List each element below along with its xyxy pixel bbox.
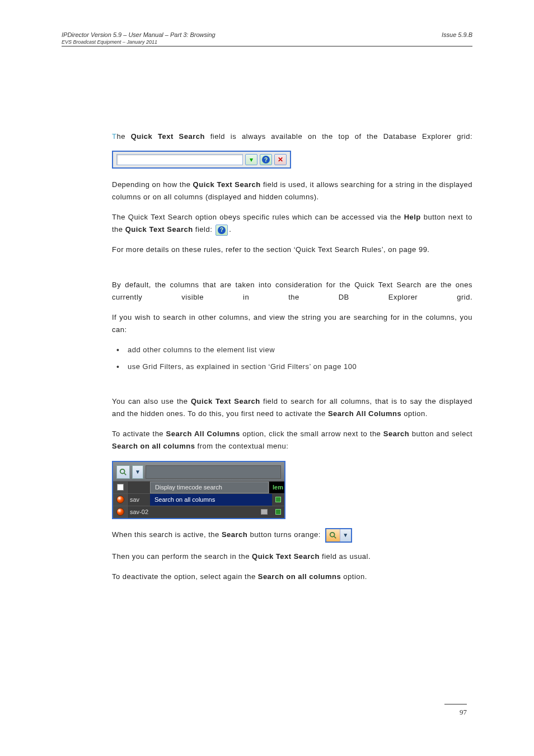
help-button[interactable]: ?	[260, 154, 272, 165]
list-item: add other columns to the element list vi…	[112, 344, 472, 356]
menu-item-allcolumns[interactable]: Search on all columns	[150, 494, 272, 506]
para-3: The Quick Text Search option obeys speci…	[112, 211, 472, 236]
search-button[interactable]	[116, 465, 130, 479]
para-10: Then you can perform the search in the Q…	[112, 550, 472, 563]
help-icon: ?	[262, 156, 270, 164]
svg-point-2	[330, 532, 335, 536]
para-1: The Quick Text Search field is always av…	[112, 130, 472, 143]
orange-search-button-screenshot: ▼	[325, 528, 352, 543]
record-icon	[116, 508, 124, 516]
footer-rule	[444, 704, 467, 704]
clear-button[interactable]: ✕	[274, 154, 287, 165]
magnifier-icon	[329, 531, 337, 539]
search-box[interactable]	[146, 465, 281, 479]
svg-point-0	[120, 469, 125, 473]
tag-lem: lem	[269, 482, 284, 493]
page-header: IPDirector Version 5.9 – User Manual – P…	[62, 31, 472, 46]
para-9: When this search is active, the Search b…	[112, 528, 472, 543]
quick-search-bar-screenshot: ▾ ? ✕	[112, 151, 291, 169]
list-item: use Grid Filters, as explained in sectio…	[112, 361, 472, 373]
context-menu-screenshot: ▼ Display timecode search lem sav Search…	[112, 461, 285, 519]
checkbox[interactable]	[117, 484, 124, 491]
flag-icon	[275, 497, 281, 502]
svg-line-3	[334, 536, 336, 538]
search-dropdown-arrow[interactable]: ▼	[132, 465, 143, 479]
header-sub: EVS Broadcast Equipment – January 2011	[62, 39, 472, 45]
page-number: 97	[460, 708, 467, 717]
flag-icon	[275, 509, 281, 515]
help-icon-inline: ?	[216, 225, 228, 236]
para-8: To activate the Search All Columns optio…	[112, 428, 472, 452]
record-icon	[116, 496, 124, 503]
dropdown-button[interactable]: ▾	[245, 154, 257, 165]
menu-item-timecode[interactable]: Display timecode search	[150, 482, 269, 493]
para-6: If you wish to search in other columns, …	[112, 311, 472, 336]
para-5: By default, the columns that are taken i…	[112, 279, 472, 304]
para-4: For more details on these rules, refer t…	[112, 244, 472, 256]
quick-search-input[interactable]	[116, 154, 243, 165]
media-icon	[261, 509, 268, 515]
header-rule	[62, 46, 472, 46]
header-right: Issue 5.9.B	[442, 31, 472, 38]
search-dropdown-arrow[interactable]: ▼	[340, 529, 351, 542]
search-button-active[interactable]	[326, 529, 340, 542]
content: The Quick Text Search field is always av…	[62, 130, 472, 583]
para-11: To deactivate the option, select again t…	[112, 571, 472, 583]
header-left: IPDirector Version 5.9 – User Manual – P…	[62, 31, 216, 38]
para-2: Depending on how the Quick Text Search f…	[112, 179, 472, 203]
svg-line-1	[124, 473, 127, 475]
para-7: You can also use the Quick Text Search f…	[112, 395, 472, 420]
bullet-list: add other columns to the element list vi…	[112, 344, 472, 373]
magnifier-icon	[119, 468, 127, 476]
